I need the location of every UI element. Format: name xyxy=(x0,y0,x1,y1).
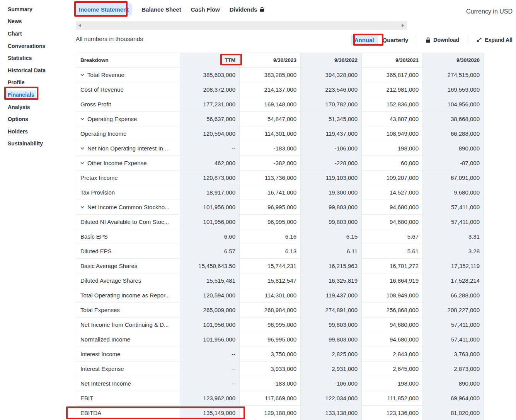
sidebar-item-analysis[interactable]: Analysis xyxy=(0,101,76,113)
chevron-down-icon[interactable] xyxy=(80,147,86,150)
cell-value-ttm: 101,956,000 xyxy=(180,215,240,229)
cell-value-2022: 119,437,000 xyxy=(301,126,362,141)
cell-value-2023: 114,301,000 xyxy=(240,126,301,141)
cell-value-2023: -382,000 xyxy=(240,156,301,170)
table-row-net-non-operating-interest-in[interactable]: Net Non Operating Interest In... -- -183… xyxy=(76,141,484,156)
row-label-cell[interactable]: Net Non Operating Interest In... xyxy=(76,141,180,155)
cell-value-2021: 152,836,000 xyxy=(362,97,423,111)
tab-cash-flow[interactable]: Cash Flow xyxy=(191,6,220,13)
row-label: Diluted NI Available to Com Stoc... xyxy=(80,219,169,225)
chevron-down-icon[interactable] xyxy=(80,162,86,164)
scroll-right-icon[interactable] xyxy=(402,24,404,27)
table-row-basic-eps[interactable]: Basic EPS 6.60 6.16 6.15 5.67 3.31 xyxy=(76,229,484,244)
table-row-diluted-ni-available-to-com-stoc[interactable]: Diluted NI Available to Com Stoc... 101,… xyxy=(76,215,484,229)
row-label: Net Income Common Stockho... xyxy=(87,204,170,210)
cell-value-2022: -106,000 xyxy=(301,376,362,391)
row-label-cell: Total Operating Income as Repor... xyxy=(76,288,180,302)
cell-value-2020: 169,559,000 xyxy=(423,82,484,97)
table-row-diluted-eps[interactable]: Diluted EPS 6.57 6.13 6.11 5.61 3.28 xyxy=(76,244,484,259)
tab-balance-sheet[interactable]: Balance Sheet xyxy=(141,6,181,13)
divider xyxy=(417,35,417,45)
table-row-operating-expense[interactable]: Operating Expense 56,637,000 54,847,000 … xyxy=(76,112,484,126)
cell-value-2022: 16,215,963 xyxy=(301,259,362,273)
column-header-9-30-2021: 9/30/2021 xyxy=(362,53,423,67)
row-label: Diluted EPS xyxy=(80,248,112,254)
row-label-cell[interactable]: Total Revenue xyxy=(76,68,180,82)
horizontal-scrollbar[interactable] xyxy=(76,21,407,30)
download-button[interactable]: Download xyxy=(426,37,459,43)
tab-income-statement[interactable]: Income Statement xyxy=(76,3,132,15)
table-row-tax-provision[interactable]: Tax Provision 18,917,000 16,741,000 19,3… xyxy=(76,185,484,200)
cell-value-2023: -183,000 xyxy=(240,141,301,155)
cell-value-2020: 69,964,000 xyxy=(423,391,484,405)
cell-value-2023: 3,750,000 xyxy=(240,347,301,361)
row-label: EBIT xyxy=(80,395,93,401)
table-row-interest-expense[interactable]: Interest Expense -- 3,933,000 2,931,000 … xyxy=(76,362,484,376)
row-label: EBITDA xyxy=(80,410,101,416)
table-row-operating-income[interactable]: Operating Income 120,594,000 114,301,000… xyxy=(76,126,484,141)
table-row-total-expenses[interactable]: Total Expenses 265,009,000 268,984,000 2… xyxy=(76,303,484,318)
table-row-interest-income[interactable]: Interest Income -- 3,750,000 2,825,000 2… xyxy=(76,347,484,362)
sidebar-item-options[interactable]: Options xyxy=(0,113,76,125)
row-label: Basic Average Shares xyxy=(80,263,137,269)
tab-dividends[interactable]: Dividends xyxy=(230,6,265,13)
cell-value-2022: 99,803,000 xyxy=(301,318,362,332)
sidebar-item-profile[interactable]: Profile xyxy=(0,77,76,89)
sidebar-item-chart[interactable]: Chart xyxy=(0,27,76,40)
tab-label: Income Statement xyxy=(79,6,129,13)
table-row-ebitda[interactable]: EBITDA 135,149,000 129,188,000 133,138,0… xyxy=(76,406,484,420)
row-label: Other Income Expense xyxy=(87,160,146,166)
annual-toggle[interactable]: Annual xyxy=(351,35,378,45)
row-label: Cost of Revenue xyxy=(80,86,124,93)
row-label: Total Operating Income as Repor... xyxy=(80,292,170,299)
cell-value-2020: 2,873,000 xyxy=(423,362,484,376)
table-row-basic-average-shares[interactable]: Basic Average Shares 15,450,643.50 15,74… xyxy=(76,259,484,273)
cell-value-2022: -106,000 xyxy=(301,141,362,155)
sidebar-item-holders[interactable]: Holders xyxy=(0,125,76,138)
sidebar-item-news[interactable]: News xyxy=(0,15,76,28)
table-row-normalized-income[interactable]: Normalized Income 101,956,000 96,995,000… xyxy=(76,332,484,347)
chevron-down-icon[interactable] xyxy=(80,118,86,120)
sidebar-item-statistics[interactable]: Statistics xyxy=(0,52,76,64)
expand-all-button[interactable]: Expand All xyxy=(477,37,513,43)
row-label-cell[interactable]: Operating Expense xyxy=(76,112,180,126)
table-row-total-revenue[interactable]: Total Revenue 385,603,000 383,285,000 39… xyxy=(76,68,484,82)
chevron-down-icon[interactable] xyxy=(80,73,86,76)
table-row-net-income-from-continuing-d[interactable]: Net Income from Continuing & D... 101,95… xyxy=(76,318,484,332)
sidebar-item-label: Summary xyxy=(5,5,35,14)
table-row-total-operating-income-as-repor[interactable]: Total Operating Income as Repor... 120,5… xyxy=(76,288,484,303)
table-row-pretax-income[interactable]: Pretax Income 120,873,000 113,736,000 11… xyxy=(76,171,484,185)
sidebar-item-historical-data[interactable]: Historical Data xyxy=(0,64,76,77)
row-label: Interest Income xyxy=(80,351,120,357)
expand-all-label: Expand All xyxy=(485,37,513,43)
cell-value-2020: 890,000 xyxy=(423,376,484,391)
table-row-gross-profit[interactable]: Gross Profit 177,231,000 169,148,000 170… xyxy=(76,97,484,112)
row-label-cell[interactable]: Other Income Expense xyxy=(76,156,180,170)
row-label-cell: Gross Profit xyxy=(76,97,180,111)
sidebar-item-sustainability[interactable]: Sustainability xyxy=(0,138,76,150)
row-label: Operating Expense xyxy=(87,116,137,122)
chevron-down-icon[interactable] xyxy=(80,206,86,208)
table-row-cost-of-revenue[interactable]: Cost of Revenue 208,372,000 214,137,000 … xyxy=(76,82,484,97)
cell-value-2022: 99,803,000 xyxy=(301,332,362,347)
cell-value-2020: 57,411,000 xyxy=(423,332,484,347)
cell-value-2021: 365,817,000 xyxy=(362,68,423,82)
table-row-diluted-average-shares[interactable]: Diluted Average Shares 15,515,481 15,812… xyxy=(76,273,484,288)
cell-value-2020: 3.31 xyxy=(423,229,484,244)
row-label-cell[interactable]: Net Income Common Stockho... xyxy=(76,200,180,214)
sidebar-item-summary[interactable]: Summary xyxy=(0,3,76,15)
cell-value-2021: 94,680,000 xyxy=(362,200,423,214)
table-row-net-interest-income[interactable]: Net Interest Income -- -183,000 -106,000… xyxy=(76,376,484,391)
table-row-other-income-expense[interactable]: Other Income Expense 462,000 -382,000 -2… xyxy=(76,156,484,171)
units-note: All numbers in thousands xyxy=(76,36,143,43)
scroll-left-icon[interactable] xyxy=(78,24,81,27)
cell-value-2022: 6.11 xyxy=(301,244,362,258)
lock-icon xyxy=(426,37,431,43)
cell-value-2023: 169,148,000 xyxy=(240,97,301,111)
table-row-net-income-common-stockho[interactable]: Net Income Common Stockho... 101,956,000… xyxy=(76,200,484,215)
sidebar-item-financials[interactable]: Financials xyxy=(0,89,76,101)
sidebar-item-conversations[interactable]: Conversations xyxy=(0,40,76,52)
table-row-ebit[interactable]: EBIT 123,962,000 117,669,000 122,034,000… xyxy=(76,391,484,406)
cell-value-2023: 15,744,231 xyxy=(240,259,301,273)
quarterly-toggle[interactable]: Quarterly xyxy=(383,37,409,43)
